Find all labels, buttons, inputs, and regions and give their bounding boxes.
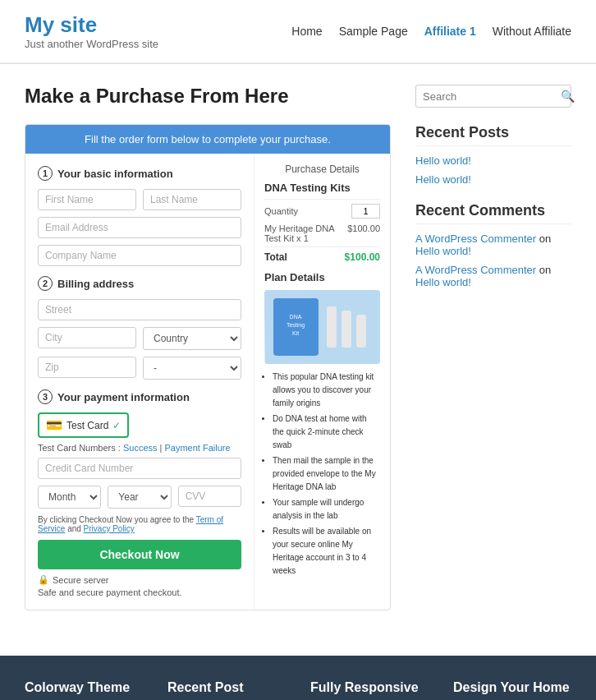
cvv-field — [178, 486, 241, 509]
sidebar: 🔍 Recent Posts Hello world! Hello world!… — [415, 85, 571, 610]
recent-comments-title: Recent Comments — [415, 202, 571, 224]
nav-home[interactable]: Home — [291, 25, 322, 38]
section3-header: 3 Your payment information — [38, 389, 241, 404]
email-row — [38, 217, 241, 238]
svg-text:DNA: DNA — [289, 314, 301, 320]
plan-details-title: Plan Details — [264, 271, 380, 283]
checkout-left: 1 Your basic information — [25, 154, 254, 610]
comment-post-1-link[interactable]: Hello world! — [415, 245, 471, 257]
total-row: Total $100.00 — [264, 246, 380, 263]
comment-post-2-link[interactable]: Hello world! — [415, 276, 471, 288]
privacy-link[interactable]: Privacy Policy — [84, 524, 135, 533]
month-select[interactable]: Month — [38, 486, 101, 509]
checkout-right: Purchase Details DNA Testing Kits Quanti… — [254, 154, 390, 610]
svg-rect-5 — [327, 306, 337, 348]
card-number-field — [38, 458, 241, 479]
section1-header: 1 Your basic information — [38, 166, 241, 181]
year-select[interactable]: Year — [108, 486, 171, 509]
recent-posts-title: Recent Posts — [415, 124, 571, 146]
plan-bullets: This popular DNA testing kit allows you … — [264, 371, 380, 578]
card-icon: 💳 — [46, 417, 62, 433]
street-input[interactable] — [38, 299, 241, 320]
street-row — [38, 299, 241, 320]
zip-field — [38, 357, 136, 380]
site-title[interactable]: My site — [25, 12, 158, 38]
product-item-label: My Heritage DNA Test Kit x 1 — [264, 223, 347, 243]
recent-post-1[interactable]: Hello world! — [415, 154, 571, 167]
purchase-details-title: Purchase Details — [264, 163, 380, 175]
recent-comments-section: Recent Comments A WordPress Commenter on… — [415, 202, 571, 288]
site-tagline: Just another WordPress site — [25, 38, 158, 50]
product-name: DNA Testing Kits — [264, 182, 380, 194]
footer-col-4: Design Your Home Express your creativity… — [453, 680, 571, 700]
cvv-input[interactable] — [178, 486, 241, 507]
footer-columns: Colorway Theme Footer is widgetized. To … — [25, 680, 571, 700]
search-box: 🔍 — [415, 85, 571, 108]
nav-affiliate1[interactable]: Affiliate 1 — [424, 25, 476, 38]
site-branding: My site Just another WordPress site — [25, 12, 158, 50]
first-name-input[interactable] — [38, 189, 136, 210]
plan-bullet-1: This popular DNA testing kit allows you … — [273, 371, 380, 410]
lock-icon: 🔒 — [38, 574, 49, 585]
success-link[interactable]: Success — [123, 443, 158, 453]
checkout-header: Fill the order form below to complete yo… — [25, 125, 390, 154]
plan-bullet-2: Do DNA test at home with the quick 2-min… — [273, 412, 380, 452]
city-field — [38, 327, 136, 350]
first-name-field — [38, 189, 136, 210]
commenter-2-link[interactable]: A WordPress Commenter — [415, 264, 536, 276]
quantity-row: Quantity — [264, 199, 380, 219]
footer-col-1: Colorway Theme Footer is widgetized. To … — [25, 680, 143, 700]
zip-row: - — [38, 357, 241, 380]
section2-header: 2 Billing address — [38, 276, 241, 291]
card-selector[interactable]: 💳 Test Card ✓ — [38, 412, 129, 438]
commenter-1-link[interactable]: A WordPress Commenter — [415, 233, 536, 245]
product-price: $100.00 — [347, 223, 380, 243]
card-number-row — [38, 458, 241, 479]
nav-sample-page[interactable]: Sample Page — [339, 25, 408, 38]
plan-image: DNA Testing Kit — [264, 290, 380, 364]
email-field — [38, 217, 241, 238]
company-input[interactable] — [38, 245, 241, 266]
svg-text:Testing: Testing — [286, 322, 304, 329]
card-number-input[interactable] — [38, 458, 241, 479]
zip-extra-field: - — [143, 357, 241, 380]
total-label: Total — [264, 251, 287, 263]
country-field: Country — [143, 327, 241, 350]
recent-comment-1: A WordPress Commenter on Hello world! — [415, 233, 571, 257]
last-name-input[interactable] — [143, 189, 241, 210]
section3-number: 3 — [38, 389, 53, 404]
zip-input[interactable] — [38, 357, 136, 378]
city-input[interactable] — [38, 327, 136, 348]
card-label: Test Card — [66, 420, 108, 431]
main-container: Make a Purchase From Here Fill the order… — [0, 64, 596, 631]
last-name-field — [143, 189, 241, 210]
nav-without-affiliate[interactable]: Without Affiliate — [493, 25, 571, 38]
footer-col-3: Fully Responsive Colorway is a unique re… — [310, 680, 429, 700]
country-select[interactable]: Country — [143, 327, 241, 350]
payment-failure-link[interactable]: Payment Failure — [164, 443, 230, 453]
recent-comment-2: A WordPress Commenter on Hello world! — [415, 264, 571, 288]
check-icon: ✓ — [112, 420, 121, 431]
quantity-input[interactable] — [351, 204, 380, 219]
zip-select[interactable]: - — [143, 357, 241, 380]
site-footer: Colorway Theme Footer is widgetized. To … — [0, 656, 596, 700]
expiry-row: Month Year — [38, 486, 241, 509]
site-header: My site Just another WordPress site Home… — [0, 0, 596, 63]
plan-image-inner: DNA Testing Kit — [264, 290, 380, 364]
month-field: Month — [38, 486, 101, 509]
section1-label: Your basic information — [57, 168, 173, 180]
svg-rect-6 — [342, 311, 351, 348]
dna-kit-image: DNA Testing Kit — [265, 290, 380, 364]
email-input[interactable] — [38, 217, 241, 238]
search-input[interactable] — [423, 90, 561, 103]
plan-bullet-3: Then mail the sample in the provided env… — [273, 454, 380, 494]
company-row — [38, 245, 241, 266]
recent-post-2[interactable]: Hello world! — [415, 173, 571, 186]
plan-bullet-5: Results will be available on your secure… — [273, 525, 380, 578]
search-icon[interactable]: 🔍 — [561, 90, 575, 103]
checkout-button[interactable]: Checkout Now — [38, 540, 241, 569]
year-field: Year — [108, 486, 171, 509]
terms-text: By clicking Checkout Now you agree to th… — [38, 515, 241, 533]
secure-server: 🔒 Secure server — [38, 574, 241, 585]
product-row: My Heritage DNA Test Kit x 1 $100.00 — [264, 223, 380, 243]
